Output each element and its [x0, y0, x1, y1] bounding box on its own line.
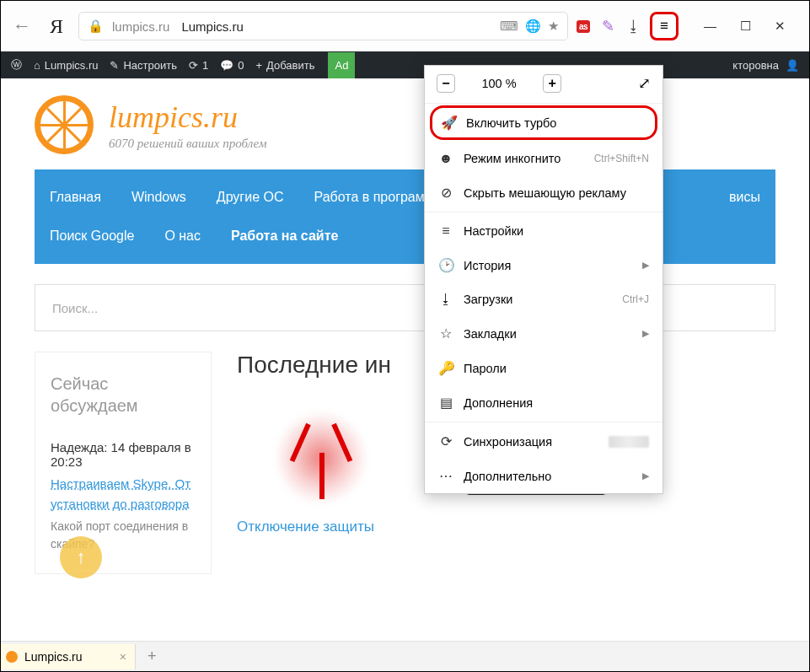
scroll-to-top-button[interactable]: ↑ — [60, 536, 102, 578]
menu-incognito[interactable]: ☻ Режим инкогнито Ctrl+Shift+N — [425, 142, 662, 175]
menu-history[interactable]: 🕑 История ▶ — [425, 248, 662, 282]
addons-icon: ▤ — [438, 395, 453, 411]
lastfm-icon[interactable]: as — [577, 20, 590, 33]
zoom-in-button[interactable]: + — [543, 74, 561, 93]
menu-button[interactable]: ≡ — [650, 12, 679, 40]
translate-icon[interactable]: ⌨ — [500, 19, 518, 34]
browser-menu: − 100 % + ⤢ 🚀 Включить турбо ☻ Режим инк… — [424, 65, 663, 494]
yandex-browser-icon — [271, 402, 372, 503]
downloads-icon[interactable]: ⭳ — [626, 18, 641, 35]
close-button[interactable]: ✕ — [775, 19, 786, 34]
menu-downloads[interactable]: ⭳ Загрузки Ctrl+J — [425, 282, 662, 316]
sidebar-heading: Сейчас обсуждаем — [51, 373, 196, 417]
tab-favicon — [6, 651, 18, 663]
site-tagline: 6070 решений ваших проблем — [109, 137, 266, 151]
back-button[interactable]: ← — [9, 15, 35, 37]
wp-site-link[interactable]: ⌂ Lumpics.ru — [34, 59, 98, 72]
main-nav: Главная Windows Другие ОС Работа в прогр… — [35, 169, 775, 264]
tab-title: Lumpics.ru — [24, 650, 82, 664]
wp-site-name: Lumpics.ru — [45, 59, 99, 72]
site-header: lumpics.ru 6070 решений ваших проблем — [35, 95, 775, 154]
nav-services-partial[interactable]: висы — [714, 178, 775, 217]
nav-jobs[interactable]: Работа на сайте — [216, 217, 353, 255]
tab-close-icon[interactable]: × — [120, 650, 126, 664]
menu-more[interactable]: ⋯ Дополнительно ▶ — [425, 459, 662, 493]
zoom-level: 100 % — [481, 77, 516, 90]
avatar-icon: 👤 — [786, 59, 799, 72]
menu-hide-ads[interactable]: ⊘ Скрыть мешающую рекламу — [425, 175, 662, 210]
browser-tab[interactable]: Lumpics.ru × — [1, 644, 136, 669]
zoom-controls: − 100 % + ⤢ — [425, 66, 662, 101]
wp-ad-badge[interactable]: Ad — [328, 52, 355, 78]
maximize-button[interactable]: ☐ — [740, 19, 751, 34]
menu-turbo[interactable]: 🚀 Включить турбо — [430, 105, 657, 140]
address-title: Lumpics.ru — [181, 19, 243, 34]
sync-account-blurred — [609, 436, 649, 448]
search-placeholder: Поиск... — [52, 301, 98, 315]
star-icon: ☆ — [438, 325, 453, 341]
chevron-right-icon: ▶ — [642, 470, 649, 481]
globe-icon[interactable]: 🌐 — [525, 19, 541, 34]
address-icons: ⌨ 🌐 ★ — [500, 19, 559, 34]
menu-passwords[interactable]: 🔑 Пароли — [425, 351, 662, 385]
wp-comments[interactable]: 💬 0 — [220, 59, 244, 72]
fullscreen-icon[interactable]: ⤢ — [638, 74, 651, 93]
block-icon: ⊘ — [438, 185, 453, 201]
comment-link[interactable]: Настраиваем Skype. От установки до разго… — [51, 474, 196, 514]
nav-windows[interactable]: Windows — [116, 178, 201, 217]
card-title: Отключение защиты — [237, 519, 405, 535]
menu-settings[interactable]: ≡ Настройки — [425, 214, 662, 248]
wp-updates[interactable]: ⟳ 1 — [189, 59, 208, 72]
menu-bookmarks[interactable]: ☆ Закладки ▶ — [425, 316, 662, 351]
wp-user-area[interactable]: кторовна 👤 — [732, 59, 799, 72]
menu-addons[interactable]: ▤ Дополнения — [425, 385, 662, 420]
feather-extension-icon[interactable]: ✎ — [602, 17, 614, 35]
minimize-button[interactable]: — — [704, 19, 716, 34]
menu-sync[interactable]: ⟳ Синхронизация — [425, 424, 662, 459]
site-logo-icon — [35, 95, 94, 154]
sync-icon: ⟳ — [438, 433, 453, 449]
chevron-right-icon: ▶ — [642, 260, 649, 271]
window-controls: — ☐ ✕ — [687, 19, 801, 34]
key-icon: 🔑 — [438, 360, 453, 376]
nav-home[interactable]: Главная — [35, 178, 116, 217]
page-content: lumpics.ru 6070 решений ваших проблем Гл… — [1, 78, 809, 591]
wp-add-new[interactable]: + Добавить — [255, 59, 314, 72]
nav-other-os[interactable]: Другие ОС — [201, 178, 299, 217]
yandex-logo-icon[interactable]: Я — [43, 15, 70, 38]
toolbar-extensions: as ✎ ⭳ — [577, 17, 641, 35]
comment-meta: Надежда: 14 февраля в 20:23 — [51, 440, 196, 469]
browser-toolbar: ← Я 🔒 lumpics.ru Lumpics.ru ⌨ 🌐 ★ as ✎ ⭳… — [1, 1, 809, 51]
rocket-icon: 🚀 — [441, 115, 456, 131]
zoom-out-button[interactable]: − — [437, 74, 455, 93]
sliders-icon: ≡ — [438, 223, 453, 239]
nav-about[interactable]: О нас — [149, 217, 216, 255]
bookmark-star-icon[interactable]: ★ — [548, 19, 559, 34]
nav-google[interactable]: Поиск Google — [35, 217, 149, 255]
article-card[interactable]: Отключение защиты — [237, 402, 405, 535]
address-bar[interactable]: 🔒 lumpics.ru Lumpics.ru ⌨ 🌐 ★ — [78, 12, 568, 40]
new-tab-button[interactable]: + — [136, 648, 169, 665]
wp-logo-icon[interactable]: ⓦ — [11, 57, 22, 73]
search-input[interactable]: Поиск... — [35, 284, 775, 331]
clock-icon: 🕑 — [438, 257, 453, 273]
site-title: lumpics.ru — [109, 99, 266, 135]
tab-strip: Lumpics.ru × + — [1, 641, 809, 671]
wp-admin-bar: ⓦ ⌂ Lumpics.ru ✎ Настроить ⟳ 1 💬 0 + Доб… — [1, 51, 809, 78]
download-icon: ⭳ — [438, 292, 453, 307]
sidebar-widget: Сейчас обсуждаем Надежда: 14 февраля в 2… — [35, 352, 212, 574]
more-icon: ⋯ — [438, 468, 453, 484]
address-domain: lumpics.ru — [112, 19, 169, 34]
wp-username-partial: кторовна — [732, 59, 779, 72]
chevron-right-icon: ▶ — [642, 328, 649, 339]
mask-icon: ☻ — [438, 151, 453, 166]
lock-icon: 🔒 — [88, 19, 104, 34]
wp-customize[interactable]: ✎ Настроить — [110, 59, 177, 72]
